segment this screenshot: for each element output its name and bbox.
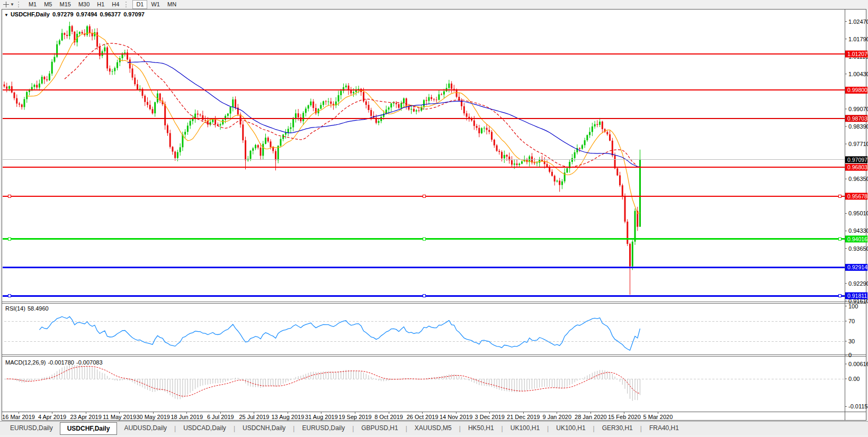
timeframe-button-h1[interactable]: H1 (93, 0, 108, 9)
date-label: 4 Apr 2019 (38, 414, 66, 420)
timeframe-button-d1[interactable]: D1 (132, 0, 147, 9)
line-handle[interactable] (423, 195, 426, 197)
rsi-indicator-label: RSI(14)58.4960 (5, 305, 51, 312)
date-label: 13 Aug 2019 (272, 414, 305, 420)
tab-separator: | (640, 425, 642, 432)
tab-separator: | (352, 425, 354, 432)
macd-tick-label: 0.00 (848, 376, 860, 382)
date-label: 28 Jan 2020 (575, 414, 607, 420)
tab-usdcad-daily[interactable]: USDCAD,Daily (176, 423, 233, 434)
price-tick-label: 0.98390 (848, 123, 868, 130)
date-label: 26 Oct 2019 (407, 414, 439, 420)
tab-separator: | (502, 425, 503, 432)
date-label: 6 Jul 2019 (207, 414, 234, 420)
tab-xauusd-m5[interactable]: XAUUSD,M5 (408, 423, 459, 434)
toolbar-separator (18, 2, 22, 7)
date-label: 14 Nov 2019 (440, 414, 472, 420)
tab-eurusd-daily[interactable]: EURUSD,Daily (295, 423, 352, 434)
timeframe-button-w1[interactable]: W1 (147, 0, 164, 9)
price-tick-label: 0.97710 (848, 141, 868, 147)
tab-eurusd-daily[interactable]: EURUSD,Daily (3, 423, 60, 434)
timeframe-button-m5[interactable]: M5 (40, 0, 56, 9)
date-label: 19 Sep 2019 (338, 414, 371, 420)
line-handle[interactable] (8, 238, 11, 240)
tab-fra40-h1[interactable]: FRA40,H1 (642, 423, 686, 434)
price-tick-label: 0.95010 (848, 210, 868, 216)
price-tick-label: 1.00430 (848, 71, 868, 77)
rsi-tick-label: 0 (848, 352, 852, 358)
line-handle[interactable] (423, 238, 426, 240)
date-label: 15 Feb 2020 (608, 414, 641, 420)
tab-separator: | (547, 425, 549, 432)
chart-tabs: EURUSD,DailyUSDCHF,DailyAUDUSD,Daily|USD… (0, 421, 868, 435)
timeframe-button-m1[interactable]: M1 (25, 0, 40, 9)
macd-signal-value: -0.007083 (76, 359, 103, 366)
ohlc-close: 0.97097 (123, 11, 145, 17)
price-tick-label: 1.01790 (848, 36, 868, 42)
price-tick-label: 0.96350 (848, 176, 868, 182)
line-handle[interactable] (423, 295, 426, 297)
date-label: 30 May 2019 (136, 414, 170, 420)
price-tag-label: 0.98703 (847, 115, 867, 122)
price-tag-label: 0.99800 (847, 87, 867, 93)
chart-title-bar: ▼USDCHF,Daily0.972790.974940.963770.9709… (4, 11, 145, 17)
tab-separator: | (234, 425, 235, 432)
chevron-down-icon[interactable]: ▼ (10, 2, 14, 7)
tab-usdcnh-daily[interactable]: USDCNH,Daily (236, 423, 292, 434)
date-label: 5 Mar 2020 (643, 414, 673, 420)
tab-usdchf-daily[interactable]: USDCHF,Daily (60, 422, 118, 435)
date-label: 9 Jan 2020 (543, 414, 571, 420)
tab-hk50-h1[interactable]: HK50,H1 (461, 423, 501, 434)
ohlc-open: 0.97279 (52, 11, 74, 17)
date-label: 18 Jun 2019 (171, 414, 203, 420)
price-tick-label: 1.02470 (848, 19, 868, 25)
line-handle[interactable] (8, 195, 11, 197)
price-tag-label: 0.96803 (847, 164, 867, 170)
date-label: 23 Apr 2019 (70, 414, 101, 420)
price-tick-label: 0.92290 (848, 280, 868, 287)
timeframe-button-h4[interactable]: H4 (108, 0, 123, 9)
current-price-tag-label: 0.97097 (847, 157, 867, 163)
timeframe-button-mn[interactable]: MN (164, 0, 180, 9)
tab-ger30-h1[interactable]: GER30,H1 (595, 423, 640, 434)
crosshair-tool-icon[interactable] (2, 1, 10, 8)
price-tag-label: 0.91811 (847, 293, 867, 299)
timeframe-button-m15[interactable]: M15 (56, 0, 74, 9)
timeframe-toolbar: ▼ M1M5M15M30H1H4D1W1MN (0, 0, 868, 9)
macd-tick-label: -0.011531 (848, 403, 868, 409)
line-handle[interactable] (839, 238, 842, 240)
tab-uk100-h1[interactable]: UK100,H1 (504, 423, 547, 434)
line-handle[interactable] (8, 295, 11, 297)
macd-main-value: -0.001780 (48, 359, 74, 366)
rsi-tick-label: 100 (848, 303, 858, 309)
toolbar-separator (126, 2, 129, 7)
tab-gbpusd-h1[interactable]: GBPUSD,H1 (354, 423, 405, 434)
line-handle[interactable] (839, 195, 842, 197)
ohlc-low: 0.96377 (100, 11, 121, 17)
timeframe-button-m30[interactable]: M30 (75, 0, 93, 9)
date-label: 25 Jul 2019 (239, 414, 269, 420)
rsi-value: 58.4960 (28, 305, 49, 312)
tab-uk100-h1[interactable]: UK100,H1 (549, 423, 592, 434)
ohlc-high: 0.97494 (76, 11, 97, 17)
rsi-name: RSI(14) (5, 305, 25, 312)
rsi-tick-label: 70 (848, 318, 855, 324)
macd-indicator-label: MACD(12,26,9)-0.001780-0.007083 (5, 359, 105, 366)
tab-separator: | (593, 425, 595, 432)
chart-canvas[interactable]: 1.024701.017901.011101.004300.990700.983… (0, 0, 868, 437)
date-label: 3 Dec 2019 (475, 414, 505, 420)
chart-symbol-label: USDCHF,Daily (11, 11, 50, 17)
chart-window-frame (2, 10, 866, 421)
tab-separator: | (459, 425, 461, 432)
date-label: 31 Aug 2019 (305, 414, 338, 420)
tab-audusd-daily[interactable]: AUDUSD,Daily (117, 423, 174, 434)
price-tag-label: 0.92914 (847, 264, 867, 270)
price-tick-label: 0.94330 (848, 227, 868, 234)
macd-name: MACD(12,26,9) (5, 359, 46, 366)
date-label: 21 Dec 2019 (507, 414, 540, 420)
rsi-tick-label: 30 (848, 338, 855, 344)
price-tag-label: 1.01207 (847, 51, 867, 57)
chart-collapse-icon[interactable]: ▼ (4, 13, 8, 17)
line-handle[interactable] (839, 295, 842, 297)
price-tag-label: 0.94016 (847, 236, 867, 242)
